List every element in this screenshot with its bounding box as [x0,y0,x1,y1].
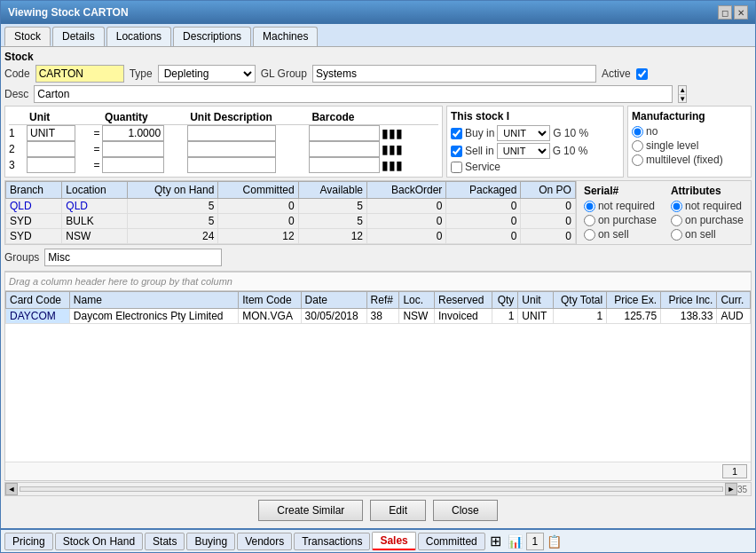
bottom-tab-vendors[interactable]: Vendors [237,533,292,550]
window-title: Viewing Stock CARTON [8,6,129,19]
groups-label: Groups [4,251,39,264]
lower-col-unit: Unit [518,292,554,309]
bottom-tabs: Pricing Stock On Hand Stats Buying Vendo… [1,528,755,552]
active-checkbox[interactable] [636,68,648,80]
mfg-single-radio[interactable] [632,140,643,152]
lower-col-card-code: Card Code [6,292,70,309]
barcode-2[interactable] [309,141,380,157]
attr-on-purchase-radio[interactable] [671,215,682,226]
mfg-multi-row: multilevel (fixed) [632,154,747,166]
title-bar: Viewing Stock CARTON ◻ ✕ [1,1,755,24]
code-input[interactable] [35,65,124,83]
attr-on-sell-radio[interactable] [671,229,682,241]
serial-section: Serial# not required on purchase on sell [584,185,657,241]
service-row: Service [451,161,619,173]
count-badge: 1 [526,533,544,550]
lower-col-date: Date [301,292,366,309]
mfg-multi-label: multilevel (fixed) [646,154,723,166]
sell-in-checkbox[interactable] [451,146,462,157]
buy-in-checkbox[interactable] [451,128,462,139]
serial-on-sell-radio[interactable] [584,229,595,241]
bottom-tab-transactions[interactable]: Transactions [294,533,370,550]
bottom-tab-stats[interactable]: Stats [145,533,185,550]
branch-qld: QLD [6,199,62,214]
serial-on-sell: on sell [584,228,657,241]
barcode-3[interactable] [309,157,380,173]
copy-icon[interactable]: 📋 [546,533,563,550]
card-code-cell: DAYCOM [6,309,70,324]
h-scroll-track[interactable] [20,486,723,492]
attr-not-required-radio[interactable] [671,201,682,212]
lower-grid-scroll[interactable]: Card Code Name Item Code Date Ref# Loc. … [5,291,751,462]
mfg-title: Manufacturing [632,110,747,122]
desc-input[interactable] [34,85,673,103]
name-cell: Daycom Electronics Pty Limited [69,309,238,324]
serial-not-required: not required [584,200,657,212]
mfg-multi-radio[interactable] [632,154,643,166]
restore-button[interactable]: ◻ [718,5,732,20]
service-checkbox[interactable] [451,162,462,173]
mfg-single-label: single level [646,139,698,152]
col-on-po: On PO [521,182,576,199]
unit-desc-3[interactable] [187,157,276,173]
loc-cell: NSW [399,309,435,324]
tab-details[interactable]: Details [52,27,105,46]
service-label: Service [465,161,500,173]
measure-col-unit-desc: Unit Description [187,110,309,125]
lower-section: Drag a column header here to group by th… [4,271,752,481]
qty-2[interactable] [102,141,164,157]
create-similar-button[interactable]: Create Similar [258,500,363,521]
tab-machines[interactable]: Machines [253,27,318,46]
qty-locations-section: Branch Location Qty on Hand Committed Av… [4,180,752,245]
mfg-no-radio[interactable] [632,126,643,138]
serial-attrs-area: Serial# not required on purchase on sell [576,181,751,244]
edit-button[interactable]: Edit [370,500,426,521]
bottom-tab-sales[interactable]: Sales [372,532,415,550]
tab-descriptions[interactable]: Descriptions [173,27,251,46]
unit-2[interactable] [27,141,75,157]
groups-row: Groups [4,247,752,268]
sell-in-label: Sell in [465,145,494,157]
unit-desc-1[interactable] [187,125,276,141]
col-committed: Committed [218,182,298,199]
unit-3[interactable] [27,157,75,173]
price-ex-cell: 125.75 [607,309,661,324]
glgroup-input[interactable] [312,65,596,83]
tab-locations[interactable]: Locations [106,27,171,46]
groups-input[interactable] [44,249,222,266]
type-select[interactable]: Depleting [158,65,256,83]
bottom-tab-pricing[interactable]: Pricing [4,533,53,550]
h-scrollbar[interactable]: ◄ ► 35 [4,482,752,496]
serial-on-purchase-radio[interactable] [584,215,595,226]
serial-not-required-radio[interactable] [584,201,595,212]
main-window: Viewing Stock CARTON ◻ ✕ Stock Details L… [0,0,756,553]
tab-stock[interactable]: Stock [4,27,51,46]
bottom-tab-stock-on-hand[interactable]: Stock On Hand [55,533,143,550]
qty-table-area: Branch Location Qty on Hand Committed Av… [5,181,576,244]
measure-row-2: 2 = ▮▮▮ [9,141,438,157]
mfg-no-label: no [646,125,658,138]
scroll-right-btn[interactable]: ► [725,483,737,495]
bottom-tab-buying[interactable]: Buying [186,533,235,550]
unit-cell: UNIT [518,309,554,324]
lower-col-reserved: Reserved [435,292,492,309]
unit-desc-2[interactable] [187,141,276,157]
qty-3[interactable] [102,157,164,173]
bottom-tab-committed[interactable]: Committed [418,533,485,550]
qty-1[interactable] [102,125,164,141]
content-area: Stock Code Type Depleting GL Group Activ… [1,47,755,528]
lower-col-item-code: Item Code [239,292,301,309]
close-button[interactable]: ✕ [734,5,748,20]
sell-in-unit[interactable]: UNIT [497,143,550,159]
close-button[interactable]: Close [433,500,498,521]
excel-icon[interactable]: 📊 [507,533,524,550]
location-bulk: BULK [62,214,127,229]
barcode-1[interactable] [309,125,380,141]
unit-1[interactable] [27,125,75,141]
grid-icon[interactable]: ⊞ [487,533,505,550]
attr-on-purchase: on purchase [671,214,744,226]
buy-in-unit[interactable]: UNIT [497,125,550,141]
location-nsw: NSW [62,229,127,244]
scroll-left-btn[interactable]: ◄ [5,483,18,495]
action-buttons: Create Similar Edit Close [4,496,752,525]
